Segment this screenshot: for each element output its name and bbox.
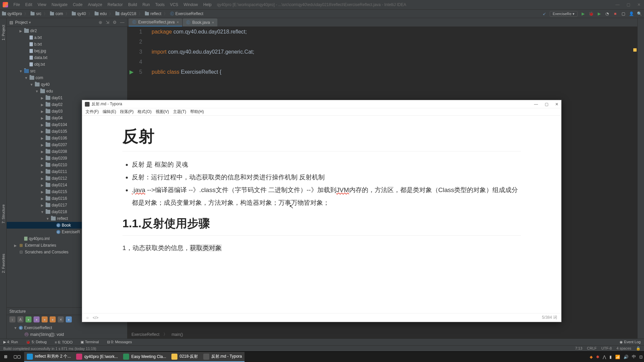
close-icon[interactable]: × [212,20,214,24]
tree-item[interactable]: day0217 [52,203,67,207]
crumb-method[interactable]: main() [171,332,183,337]
tree-item[interactable]: day0211 [52,169,67,174]
tree-item[interactable]: External Libraries [25,243,56,248]
typora-menu-edit[interactable]: 编辑(E) [101,109,117,115]
hide-icon[interactable]: — [120,20,124,25]
project-label[interactable]: Project [15,20,28,25]
tree-item[interactable]: data.txt [34,55,47,60]
tree-item[interactable]: day0218 [52,209,67,214]
tree-item[interactable]: day03 [52,109,63,114]
tool-eventlog[interactable]: ◉ Event Log [620,340,641,344]
start-button[interactable]: ⊞ [1,352,10,362]
taskbar-item[interactable]: 反射.md - Typora [201,352,245,362]
close-icon[interactable]: ✕ [637,2,641,7]
tree-item[interactable]: day0105 [52,129,67,134]
tree-item[interactable]: dir2 [30,28,37,33]
menu-help[interactable]: Help [201,2,214,8]
crumb-5[interactable]: day0218 [121,11,136,16]
status-le[interactable]: CRLF [587,346,597,351]
doc-h2[interactable]: 1.1.反射使用步骤 [122,216,521,231]
doc-bullet[interactable]: 反射 是 框架的 灵魂 [132,158,521,171]
editor-tab-exercise[interactable]: ⓒExerciseReflect.java× [129,18,182,26]
structure-method[interactable]: main(String[]): void [30,332,64,337]
tree-item[interactable]: day04 [52,116,63,120]
tree-item[interactable]: day0212 [52,176,67,181]
show-anon-icon[interactable]: ● [42,316,48,322]
target-icon[interactable]: ⊕ [99,20,102,25]
tray-icon[interactable]: ⋀ [603,355,606,359]
structure-class[interactable]: ExerciseReflect [24,325,52,330]
crumb-3[interactable]: qy40 [77,11,86,16]
tree-item[interactable]: edu [46,89,53,94]
taskbar-item[interactable]: reflect 和另外 2 个... [24,352,73,362]
tree-item[interactable]: qy40 [41,82,50,87]
task-view-icon[interactable]: ▢▢ [11,352,23,362]
menu-vcs[interactable]: VCS [168,2,180,8]
filter-icon[interactable]: ✕ [58,316,64,322]
autoscroll-icon[interactable]: ● [66,316,72,322]
vstrip-favorites[interactable]: 2: Favorites [1,254,5,273]
menu-refactor[interactable]: Refactor [106,2,125,8]
tray-icon[interactable]: ◆ [590,355,593,359]
run-config-select[interactable]: ExerciseRe ▾ [550,11,578,17]
tree-item[interactable]: day0209 [52,156,67,161]
tray-clock[interactable]: ⊡ [639,355,643,359]
source-mode-icon[interactable]: </> [93,315,98,320]
crumb-6[interactable]: reflect [150,11,161,16]
tree-item[interactable]: day0214 [52,183,67,187]
debug-icon[interactable]: 🐞 [588,11,594,16]
show-lambda-icon[interactable]: ● [50,316,56,322]
tree-item[interactable]: day0106 [52,136,67,140]
crumb-7[interactable]: ExerciseReflect [175,11,203,16]
crumb-class[interactable]: ExerciseReflect [131,332,159,337]
status-pos[interactable]: 7:13 [575,346,582,351]
typora-menu-help[interactable]: 帮助(H) [189,109,205,115]
avatar-icon[interactable]: 👤 [629,11,634,16]
tree-item[interactable]: bej.jpg [34,49,46,53]
typora-window[interactable]: 反射.md - Typora — ▢ ✕ 文件(F) 编辑(E) 段落(P) 格… [82,100,561,322]
doc-h1[interactable]: 反射 [122,126,521,147]
tree-item[interactable]: day0216 [52,196,67,201]
status-indent[interactable]: 4 spaces [616,346,631,351]
lock-icon[interactable]: 🔒 [636,346,641,351]
tree-item[interactable]: obj.txt [34,62,45,67]
vstrip-structure[interactable]: 7: Structure [1,204,5,224]
taskbar-item[interactable]: qy40pro [E:\work... [73,352,120,362]
taskbar-item[interactable]: 0218-反射 [169,352,201,362]
typora-menu-view[interactable]: 视图(V) [154,109,170,115]
menu-build[interactable]: Build [126,2,139,8]
taskbar-item[interactable]: Easy Meeting Cla... [120,352,169,362]
tool-terminal[interactable]: ▣ Terminal [80,340,99,344]
minimize-icon[interactable]: — [615,2,620,7]
layout-icon[interactable]: ▢ [621,11,626,16]
menu-window[interactable]: Window [181,2,200,8]
error-stripe-marker[interactable] [633,48,637,52]
crumb-0[interactable]: qy40pro [7,11,22,16]
profile-icon[interactable]: ◔ [604,11,610,16]
tree-item[interactable]: b.txt [34,42,42,47]
doc-paragraph[interactable]: 1，动态获取类的信息，获取类对象 [122,242,521,254]
tree-item[interactable]: qy40pro.iml [29,236,50,241]
maximize-icon[interactable]: ▢ [545,102,548,107]
structure-label[interactable]: Structure [9,309,26,314]
sort-icon[interactable]: ↕ [9,316,15,322]
tray-icon[interactable]: ✱ [596,355,599,359]
search-icon[interactable]: 🔍 [637,11,642,16]
crumb-1[interactable]: src [36,11,41,16]
menu-view[interactable]: View [36,2,48,8]
gear-icon[interactable]: ⚙ [113,20,117,25]
tree-item-exercise[interactable]: ExerciseR [62,230,80,234]
crumb-4[interactable]: edu [100,11,107,16]
menu-file[interactable]: File [11,2,22,8]
typora-menu-paragraph[interactable]: 段落(P) [119,109,135,115]
outline-toggle-icon[interactable]: ○ [86,315,89,320]
tray-ime-icon[interactable]: 中 [632,354,636,360]
menu-code[interactable]: Code [71,2,85,8]
maximize-icon[interactable]: ▢ [626,2,631,7]
word-count[interactable]: 5/384 词 [542,315,557,320]
menu-analyze[interactable]: Analyze [86,2,104,8]
tree-item[interactable]: Scratches and Consoles [25,250,68,254]
stop-icon[interactable]: ■ [612,11,618,16]
show-inherited-icon[interactable]: ● [34,316,40,322]
menu-navigate[interactable]: Navigate [50,2,69,8]
